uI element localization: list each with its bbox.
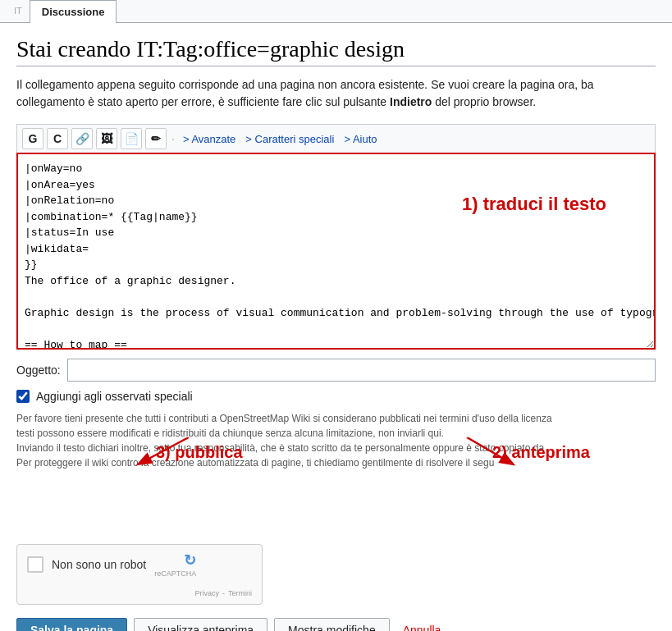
pencil-button[interactable]: ✏ (145, 128, 167, 149)
watchlist-label: Aggiungi agli osservati speciali (36, 390, 193, 403)
notice-line-4: Per proteggere il wiki contro la creazio… (16, 457, 494, 469)
description-suffix: del proprio browser. (432, 95, 536, 108)
terms-link[interactable]: Termini (228, 589, 252, 597)
captcha-logo: ↻ reCAPTCHA (154, 551, 196, 578)
preview-button[interactable]: Visualizza anteprima (134, 618, 267, 631)
captcha-label: Non sono un robot (52, 558, 146, 571)
oggetto-row: Oggetto: (16, 359, 656, 382)
captcha-footer: Privacy - Termini (27, 589, 252, 597)
notice-line-2: testi possono essere modificati e ridist… (16, 428, 444, 439)
image-button[interactable]: 🖼 (96, 128, 117, 149)
privacy-link[interactable]: Privacy (194, 589, 219, 597)
italic-button[interactable]: C (47, 128, 68, 149)
action-buttons-row: Salva la pagina Visualizza anteprima Mos… (16, 618, 656, 631)
checkbox-row: Aggiungi agli osservati speciali (16, 390, 656, 403)
tab-bar: IT Discussione (0, 0, 672, 23)
tab-it-label: IT (7, 0, 30, 23)
help-link[interactable]: > Aiuto (341, 133, 380, 145)
captcha-area: Non sono un robot ↻ reCAPTCHA Privacy - … (16, 544, 656, 605)
oggetto-label: Oggetto: (16, 364, 61, 377)
editor-toolbar: G C 🔗 🖼 📄 ✏ · > Avanzate > Caratteri spe… (16, 124, 656, 153)
terms-separator: - (222, 589, 225, 597)
description-bold: Indietro (390, 95, 432, 108)
buttons-section: 3) pubblica 2) anteprima Non sono un rob… (16, 495, 656, 631)
watchlist-checkbox[interactable] (16, 390, 30, 403)
main-content: Stai creando IT:Tag:office=graphic desig… (0, 23, 672, 631)
cancel-button[interactable]: Annulla (396, 619, 448, 631)
captcha-check-row: Non sono un robot ↻ reCAPTCHA (27, 551, 252, 578)
captcha-checkbox[interactable] (27, 556, 43, 573)
tab-discussione[interactable]: Discussione (30, 0, 117, 23)
notice-text: Per favore tieni presente che tutti i co… (16, 411, 656, 470)
captcha-box: Non sono un robot ↻ reCAPTCHA Privacy - … (16, 544, 263, 605)
description-paragraph: Il collegamento appena seguito corrispon… (16, 76, 656, 111)
recaptcha-icon: ↻ (184, 551, 196, 569)
notice-line-3: Inviando il testo dichiari inoltre, sott… (16, 442, 544, 454)
link-button[interactable]: 🔗 (71, 128, 93, 149)
recaptcha-label: reCAPTCHA (154, 569, 196, 578)
advanced-link[interactable]: > Avanzate (180, 133, 239, 145)
toolbar-separator: · (171, 132, 175, 145)
changes-button[interactable]: Mostra modifiche (274, 618, 390, 631)
special-chars-link[interactable]: > Caratteri speciali (242, 133, 337, 145)
editor-textarea[interactable]: |onWay=no |onArea=yes |onRelation=no |co… (16, 153, 656, 350)
bold-button[interactable]: G (22, 128, 43, 149)
oggetto-input[interactable] (67, 359, 656, 382)
page-title: Stai creando IT:Tag:office=graphic desig… (16, 36, 656, 66)
notice-line-1: Per favore tieni presente che tutti i co… (16, 413, 552, 424)
save-button[interactable]: Salva la pagina (16, 618, 127, 631)
file-button[interactable]: 📄 (121, 128, 142, 149)
editor-wrapper: |onWay=no |onArea=yes |onRelation=no |co… (16, 153, 656, 352)
